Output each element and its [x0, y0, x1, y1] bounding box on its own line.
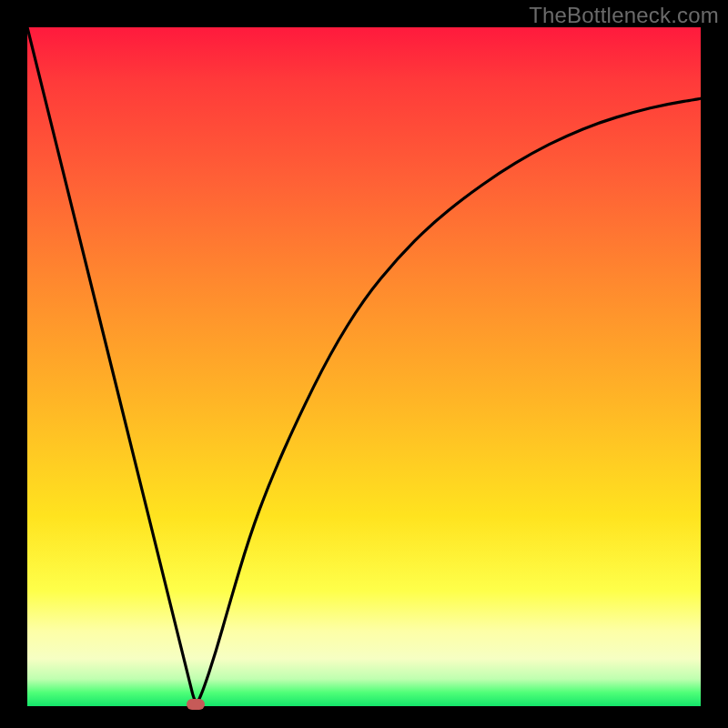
bottleneck-curve	[27, 27, 701, 706]
minimum-marker	[187, 699, 205, 710]
watermark-label: TheBottleneck.com	[529, 3, 719, 28]
plot-area	[27, 27, 701, 706]
chart-frame: TheBottleneck.com	[0, 0, 728, 728]
